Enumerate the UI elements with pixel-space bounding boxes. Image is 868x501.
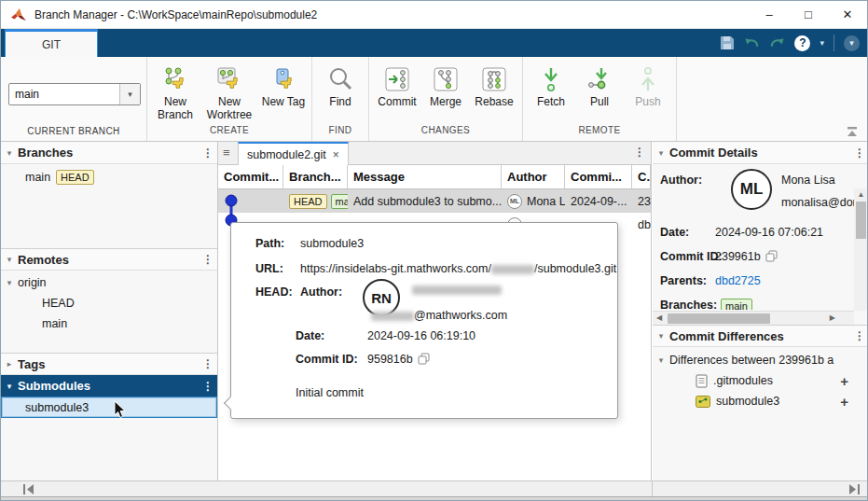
commit-id-label: Commit ID:: [660, 250, 723, 263]
table-row[interactable]: HEAD mai Add submodule3 to submo... ML M…: [218, 189, 651, 213]
tags-panel-header[interactable]: ▸ Tags ⋮: [1, 353, 217, 375]
remote-branch-head[interactable]: HEAD: [1, 293, 217, 313]
author-avatar: ML: [507, 194, 522, 209]
collapsed-icon[interactable]: ▸: [1, 359, 18, 369]
branches-panel-header[interactable]: ▾ Branches ⋮: [1, 142, 217, 164]
parent-commit-link[interactable]: dbd2725: [715, 274, 761, 287]
copy-icon[interactable]: [418, 353, 430, 365]
commit-details-kebab-icon[interactable]: ⋮: [850, 146, 868, 160]
collapse-icon[interactable]: ▾: [653, 331, 669, 341]
new-worktree-button[interactable]: New Worktree: [200, 62, 259, 121]
collapse-left-panel-icon[interactable]: [23, 484, 34, 494]
commit-id-cell: 239: [632, 189, 651, 213]
matlab-logo-icon: [10, 7, 27, 22]
collapse-icon[interactable]: ▾: [1, 382, 18, 391]
diff-file-submodule3[interactable]: submodule3 +: [653, 391, 868, 411]
branch-item-main[interactable]: main HEAD: [1, 164, 217, 185]
rebase-button[interactable]: Rebase: [470, 62, 518, 108]
submodules-panel-header[interactable]: ▾ Submodules ⋮: [1, 375, 217, 397]
find-button[interactable]: Find: [316, 62, 365, 108]
commit-button[interactable]: Commit: [373, 62, 421, 108]
date-value: 2024-09-16 06:19:10: [367, 329, 475, 342]
maximize-button[interactable]: □: [789, 1, 828, 28]
pull-button[interactable]: Pull: [575, 62, 624, 108]
scrollbar-thumb[interactable]: [668, 313, 770, 324]
added-file-icon: +: [840, 394, 848, 410]
column-header-commit-graph[interactable]: Commit...: [218, 165, 283, 188]
current-branch-combobox[interactable]: main ▾: [8, 83, 141, 105]
author-name: Mona Lisa: [781, 174, 835, 187]
column-header-commit-date[interactable]: Commi...: [565, 165, 632, 188]
redo-icon[interactable]: [769, 36, 785, 49]
author-label: Author:: [660, 174, 702, 187]
submodule-icon: [696, 396, 710, 408]
collapse-icon[interactable]: ▾: [653, 355, 669, 365]
submodules-panel-filler: [1, 418, 217, 480]
tab-submodule2-git[interactable]: submodule2.git ×: [238, 142, 349, 165]
ribbon-tab-strip: GIT ? ▾ ▾: [1, 29, 867, 57]
ribbon-group-remote: Fetch Pull: [522, 57, 677, 141]
collapse-icon[interactable]: ▾: [1, 255, 18, 264]
fetch-button[interactable]: Fetch: [527, 62, 575, 108]
path-value: submodule3: [300, 237, 364, 250]
remote-branch-main[interactable]: main: [1, 313, 217, 334]
combobox-caret-icon[interactable]: ▾: [119, 84, 140, 104]
scroll-left-icon[interactable]: ◀: [656, 313, 662, 322]
vertical-scrollbar[interactable]: ▲ ▼: [854, 188, 868, 311]
column-header-branch[interactable]: Branch...: [283, 165, 348, 188]
submodules-kebab-icon[interactable]: ⋮: [199, 380, 217, 393]
close-tab-icon[interactable]: ×: [333, 148, 339, 161]
remotes-panel-header[interactable]: ▾ Remotes ⋮: [1, 248, 217, 271]
collapse-icon[interactable]: ▾: [1, 148, 18, 158]
commit-differences-body: ▾ Differences between 239961b a .gitmodu…: [653, 347, 868, 411]
document-bar-icon[interactable]: ≡: [223, 146, 230, 160]
tab-git[interactable]: GIT: [5, 29, 98, 57]
column-header-message[interactable]: Message: [348, 165, 502, 188]
redacted-text: [491, 265, 534, 274]
document-kebab-icon[interactable]: ⋮: [634, 146, 645, 159]
window-bottom-edge: [1, 496, 867, 501]
scrollbar-thumb[interactable]: [856, 202, 866, 239]
minimize-button[interactable]: –: [750, 1, 789, 28]
merge-button[interactable]: Merge: [421, 62, 470, 108]
tags-kebab-icon[interactable]: ⋮: [199, 357, 217, 370]
help-dropdown-icon[interactable]: ▾: [820, 38, 824, 48]
document-tab-label: submodule2.git: [247, 148, 326, 161]
main-area: ▾ Branches ⋮ main HEAD ▾ Remotes ⋮ ▾ ori…: [1, 142, 867, 480]
column-header-commit-id[interactable]: C...: [632, 165, 651, 188]
close-button[interactable]: ✕: [828, 1, 867, 28]
diff-file-gitmodules[interactable]: .gitmodules +: [653, 370, 868, 391]
submodule-item-submodule3[interactable]: submodule3: [1, 397, 217, 418]
new-branch-button[interactable]: New Branch: [151, 62, 200, 121]
collapse-right-panel-icon[interactable]: [848, 484, 860, 494]
new-tag-button[interactable]: New Tag: [259, 62, 308, 108]
remote-branch-name: HEAD: [42, 297, 75, 310]
scroll-right-icon[interactable]: ▶: [830, 313, 835, 322]
differences-root-node[interactable]: ▾ Differences between 239961b a: [653, 350, 868, 370]
commit-differences-header[interactable]: ▾ Commit Differences ⋮: [653, 325, 868, 347]
save-icon[interactable]: [720, 35, 735, 50]
scroll-up-icon[interactable]: ▲: [854, 190, 868, 199]
remote-item-origin[interactable]: ▾ origin: [1, 272, 217, 293]
push-button[interactable]: Push: [624, 62, 672, 108]
remotes-kebab-icon[interactable]: ⋮: [199, 253, 217, 266]
diff-file-name: .gitmodules: [713, 374, 773, 387]
submodule-tooltip: Path: submodule3 URL: https://insidelabs…: [230, 222, 618, 419]
copy-icon[interactable]: [765, 250, 778, 262]
column-header-author[interactable]: Author: [502, 165, 565, 188]
horizontal-scrollbar[interactable]: ◀ ▶: [653, 311, 854, 325]
window-title: Branch Manager - C:\WorkSpace\mainRepo\s…: [34, 8, 317, 21]
collapse-icon[interactable]: ▾: [1, 278, 18, 287]
help-icon[interactable]: ?: [794, 35, 810, 51]
quick-access-dropdown-icon[interactable]: ▾: [844, 35, 860, 51]
commit-differences-kebab-icon[interactable]: ⋮: [850, 329, 868, 342]
branches-kebab-icon[interactable]: ⋮: [199, 146, 217, 160]
collapse-ribbon-icon[interactable]: [845, 126, 860, 137]
collapse-icon[interactable]: ▾: [653, 148, 669, 158]
bottom-bar: [1, 480, 867, 496]
head-badge: HEAD: [56, 170, 94, 185]
undo-icon[interactable]: [744, 36, 760, 49]
left-sidebar: ▾ Branches ⋮ main HEAD ▾ Remotes ⋮ ▾ ori…: [1, 142, 218, 480]
commit-details-header[interactable]: ▾ Commit Details ⋮: [653, 142, 868, 164]
commit-table-header: Commit... Branch... Message Author Commi…: [218, 165, 651, 189]
